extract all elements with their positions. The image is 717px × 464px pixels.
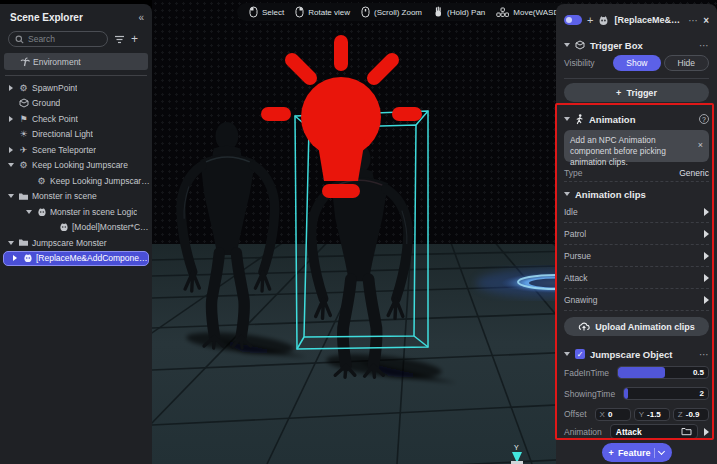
button-divider	[654, 448, 655, 458]
chevron-right-icon[interactable]	[8, 255, 21, 261]
monster-icon	[598, 15, 609, 26]
chevron-down-icon[interactable]	[564, 352, 570, 356]
tool-move-wasd[interactable]: Move(WASD)	[496, 7, 562, 18]
chevron-down-icon[interactable]	[658, 448, 665, 455]
clip-row-gnawing[interactable]: Gnawing	[564, 289, 709, 311]
chevron-down-icon[interactable]	[22, 210, 35, 214]
sidebar-item-ground[interactable]: Ground	[0, 96, 152, 112]
search-box[interactable]	[8, 31, 108, 47]
tool-scroll-zoom[interactable]: (Scroll) Zoom	[361, 6, 422, 18]
add-object-icon[interactable]: +	[131, 34, 138, 44]
clip-row-idle[interactable]: Idle	[564, 201, 709, 223]
hand-icon	[433, 6, 443, 18]
trigger-box-section-header[interactable]: Trigger Box ⋯	[564, 38, 709, 52]
showingtime-slider[interactable]: 2	[623, 387, 709, 400]
expand-right-icon[interactable]	[704, 428, 709, 436]
sidebar-item-keep-looking-jumpscare[interactable]: ⚙ Keep Looking Jumpscare	[0, 158, 152, 174]
sidebar-item-spawnpoint[interactable]: ⚙ SpawnPoint	[0, 80, 152, 96]
offset-z-field[interactable]: Z -0.9	[673, 408, 709, 421]
sidebar-item-monster-in-scene-logic[interactable]: Monster in scene Logic	[0, 204, 152, 220]
sidebar-item-environment[interactable]: Environment	[4, 53, 148, 70]
search-input[interactable]	[28, 34, 92, 44]
gizmo-y-axis-label: Y	[514, 444, 519, 451]
divider	[564, 78, 709, 79]
plus-icon: +	[609, 448, 614, 458]
clip-row-attack[interactable]: Attack	[564, 267, 709, 289]
wasd-keys-icon	[496, 7, 509, 18]
mouse-scroll-icon	[361, 6, 370, 18]
jumpscare-object-header[interactable]: ✓ Jumpscare Object ⋯	[564, 346, 709, 362]
fadein-label: FadeInTime	[564, 368, 609, 378]
chevron-right-icon[interactable]	[4, 147, 17, 153]
sidebar-item-directional-light[interactable]: ☀ Directional Light	[0, 127, 152, 143]
chevron-down-icon[interactable]	[4, 241, 17, 245]
sidebar-item-model-monster-collider[interactable]: [Model]Monster*ColliderIsNec...	[0, 220, 152, 236]
gear-icon: ⚙	[17, 83, 30, 93]
fadein-slider[interactable]: 0.5	[617, 366, 709, 379]
tool-rotate-view[interactable]: Rotate view	[295, 6, 350, 18]
section-more-icon[interactable]: ⋯	[699, 40, 709, 51]
collapse-panel-icon[interactable]: «	[138, 12, 144, 23]
tool-hold-pan[interactable]: (Hold) Pan	[433, 6, 485, 18]
sidebar-item-keep-looking-jumpscare-logic[interactable]: ⚙ Keep Looking Jumpscare Logic	[0, 173, 152, 189]
folder-icon	[17, 192, 30, 201]
offset-x-field[interactable]: X 0	[595, 408, 631, 421]
hide-button[interactable]: Hide	[664, 55, 709, 71]
chevron-down-icon[interactable]	[4, 194, 17, 198]
run-person-icon	[575, 114, 584, 125]
sidebar-item-jumpscare-monster[interactable]: Jumpscare Monster	[0, 235, 152, 251]
fadein-value: 0.5	[693, 368, 708, 377]
dismiss-notice-icon[interactable]: ×	[698, 140, 703, 152]
close-icon[interactable]: ×	[703, 15, 709, 26]
chevron-down-icon[interactable]	[564, 117, 570, 121]
chevron-down-icon[interactable]	[564, 192, 570, 196]
section-more-icon[interactable]: ⋯	[699, 349, 709, 360]
showingtime-label: ShowingTime	[564, 389, 615, 399]
chevron-down-icon[interactable]	[564, 43, 570, 47]
clip-row-patrol[interactable]: Patrol	[564, 223, 709, 245]
gear-icon: ⚙	[17, 160, 30, 170]
more-options-icon[interactable]: ⋯	[688, 15, 698, 26]
filter-icon[interactable]	[114, 35, 125, 44]
tool-zoom-label: (Scroll) Zoom	[374, 8, 422, 17]
expand-right-icon[interactable]	[704, 252, 709, 260]
expand-right-icon[interactable]	[704, 208, 709, 216]
search-icon	[15, 35, 24, 44]
animation-dropdown[interactable]: Attack	[610, 424, 698, 439]
viewport-toolbar: Select Rotate view (Scroll) Zoom (Hold	[237, 3, 574, 21]
expand-right-icon[interactable]	[704, 230, 709, 238]
cube-icon	[17, 98, 30, 108]
animation-select-label: Animation	[564, 427, 602, 437]
tool-select[interactable]: Select	[249, 6, 284, 18]
chevron-right-icon[interactable]	[4, 116, 17, 122]
add-component-icon[interactable]: +	[587, 14, 593, 26]
clip-row-pursue[interactable]: Pursue	[564, 245, 709, 267]
expand-right-icon[interactable]	[704, 274, 709, 282]
animation-clips-header[interactable]: Animation clips	[564, 187, 709, 201]
sidebar-item-label: Environment	[31, 57, 81, 67]
tool-pan-label: (Hold) Pan	[447, 8, 485, 17]
sidebar-item-replaceme-addcomponent[interactable]: [ReplaceMe&AddComponent]J..	[3, 251, 149, 267]
expand-right-icon[interactable]	[704, 296, 709, 304]
sidebar-item-scene-teleporter[interactable]: ✈ Scene Teleporter	[0, 142, 152, 158]
type-label: Type	[564, 168, 582, 178]
environment-icon	[18, 57, 31, 67]
monster-icon	[57, 222, 70, 232]
visibility-label: Visibility	[564, 58, 595, 68]
offset-y-field[interactable]: Y -1.5	[634, 408, 670, 421]
npc-animation-notice: Add an NPC Animation component before pi…	[564, 130, 709, 162]
add-trigger-button[interactable]: + Trigger	[564, 83, 709, 102]
add-feature-button[interactable]: + Feature	[602, 443, 672, 462]
sidebar-item-check-point[interactable]: ⚑ Check Point	[0, 111, 152, 127]
sidebar-item-monster-in-scene[interactable]: Monster in scene	[0, 189, 152, 205]
lightbulb-indicator-icon	[268, 42, 415, 198]
chevron-down-icon[interactable]	[4, 163, 17, 167]
animation-section-header[interactable]: Animation ?	[564, 112, 709, 126]
component-enabled-toggle[interactable]	[564, 15, 582, 25]
chevron-right-icon[interactable]	[4, 85, 17, 91]
show-button[interactable]: Show	[613, 55, 660, 71]
mouse-right-icon	[295, 6, 304, 18]
help-icon[interactable]: ?	[699, 114, 709, 124]
upload-animation-clips-button[interactable]: Upload Animation clips	[564, 317, 709, 336]
jumpscare-checkbox[interactable]: ✓	[575, 349, 585, 359]
